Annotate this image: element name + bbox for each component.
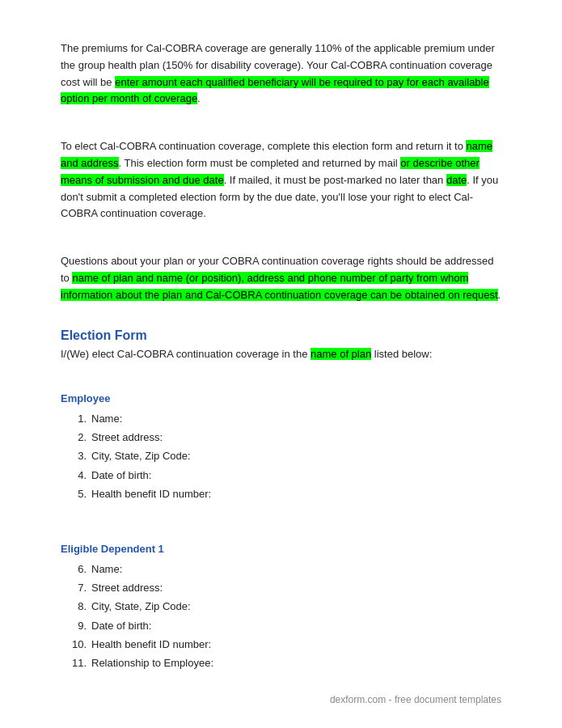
list-item: 8.City, State, Zip Code:	[69, 597, 501, 616]
list-item: 1.Name:	[69, 409, 501, 428]
p1-highlight: enter amount each qualified beneficiary …	[61, 76, 489, 105]
p2-mid1: . This election form must be completed a…	[119, 157, 401, 169]
list-item: 4.Date of birth:	[69, 466, 501, 485]
page: The premiums for Cal-COBRA coverage are …	[0, 0, 562, 728]
list-item: 5.Health benefit ID number:	[69, 485, 501, 503]
footer: dexform.com - free document templates	[330, 694, 501, 705]
list-item: 10.Health benefit ID number:	[69, 635, 501, 654]
election-subtitle-highlight: name of plan	[311, 348, 371, 360]
employee-list: 1.Name: 2.Street address: 3.City, State,…	[61, 409, 501, 504]
election-title: Election Form	[61, 328, 501, 343]
footer-brand: dexform.com	[330, 694, 386, 705]
paragraph-1: The premiums for Cal-COBRA coverage are …	[61, 40, 501, 108]
list-item: 7.Street address:	[69, 578, 501, 597]
election-subtitle-after: listed below:	[371, 348, 432, 360]
list-item: 11.Relationship to Employee:	[69, 654, 501, 672]
p2-highlight-3: date	[446, 174, 467, 186]
election-subtitle: I/(We) elect Cal-COBRA continuation cove…	[61, 348, 501, 360]
p3-text-after: .	[498, 289, 501, 301]
list-item: 9.Date of birth:	[69, 616, 501, 635]
dependent-1-list: 6.Name: 7.Street address: 8.City, State,…	[61, 560, 501, 673]
paragraph-2: To elect Cal-COBRA continuation coverage…	[61, 138, 501, 222]
p2-text-before: To elect Cal-COBRA continuation coverage…	[61, 140, 466, 152]
list-item: 3.City, State, Zip Code:	[69, 447, 501, 465]
dependent-1-section: Eligible Dependent 1 6.Name: 7.Street ad…	[61, 543, 501, 673]
p1-text-after: .	[197, 92, 201, 104]
employee-label: Employee	[61, 392, 501, 404]
election-section: Election Form I/(We) elect Cal-COBRA con…	[61, 328, 501, 360]
p2-mid2: . If mailed, it must be post-marked no l…	[224, 174, 446, 186]
list-item: 6.Name:	[69, 560, 501, 578]
list-item: 2.Street address:	[69, 428, 501, 447]
election-subtitle-before: I/(We) elect Cal-COBRA continuation cove…	[61, 348, 311, 360]
footer-suffix: - free document templates	[386, 694, 501, 705]
paragraph-3: Questions about your plan or your COBRA …	[61, 253, 501, 303]
employee-section: Employee 1.Name: 2.Street address: 3.Cit…	[61, 392, 501, 504]
p3-highlight: name of plan and name (or position), add…	[61, 272, 498, 301]
dependent-1-label: Eligible Dependent 1	[61, 543, 501, 555]
